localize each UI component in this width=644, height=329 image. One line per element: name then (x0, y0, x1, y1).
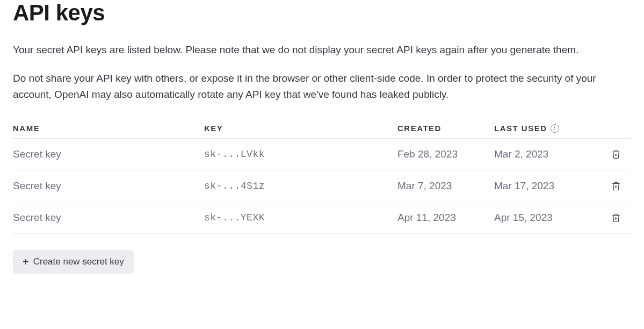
column-header-lastused: LAST USED i (494, 124, 602, 133)
key-lastused-cell: Mar 17, 2023 (494, 180, 602, 192)
table-row: Secret key sk-...LVkk Feb 28, 2023 Mar 2… (13, 139, 631, 170)
key-name-cell: Secret key (13, 180, 204, 192)
key-created-cell: Apr 11, 2023 (397, 212, 494, 224)
column-header-created: CREATED (397, 124, 494, 133)
lastused-label: LAST USED (494, 124, 547, 133)
key-lastused-cell: Mar 2, 2023 (494, 148, 602, 160)
column-header-name: NAME (13, 124, 204, 133)
delete-key-button[interactable] (609, 211, 623, 225)
create-button-label: Create new secret key (33, 256, 124, 267)
key-lastused-cell: Apr 15, 2023 (494, 212, 602, 224)
table-row: Secret key sk-...YEXK Apr 11, 2023 Apr 1… (13, 202, 631, 234)
info-icon[interactable]: i (551, 124, 559, 133)
description-paragraph-2: Do not share your API key with others, o… (13, 70, 625, 102)
column-header-key: KEY (204, 124, 397, 133)
create-secret-key-button[interactable]: + Create new secret key (13, 250, 134, 274)
description-paragraph-1: Your secret API keys are listed below. P… (13, 42, 625, 58)
plus-icon: + (23, 256, 29, 267)
trash-icon (611, 213, 621, 223)
page-title: API keys (13, 0, 631, 26)
trash-icon (611, 181, 621, 191)
delete-key-button[interactable] (609, 147, 623, 161)
trash-icon (611, 149, 621, 159)
key-value-cell: sk-...4S1z (204, 181, 397, 191)
api-keys-table: NAME KEY CREATED LAST USED i Secret key … (13, 118, 631, 234)
key-created-cell: Feb 28, 2023 (397, 148, 494, 160)
table-row: Secret key sk-...4S1z Mar 7, 2023 Mar 17… (13, 170, 631, 202)
table-header-row: NAME KEY CREATED LAST USED i (13, 118, 631, 139)
key-value-cell: sk-...YEXK (204, 212, 397, 223)
key-name-cell: Secret key (13, 148, 204, 160)
key-name-cell: Secret key (13, 212, 204, 224)
key-value-cell: sk-...LVkk (204, 149, 397, 160)
key-created-cell: Mar 7, 2023 (397, 180, 494, 192)
delete-key-button[interactable] (609, 179, 623, 193)
column-header-action (602, 124, 623, 133)
